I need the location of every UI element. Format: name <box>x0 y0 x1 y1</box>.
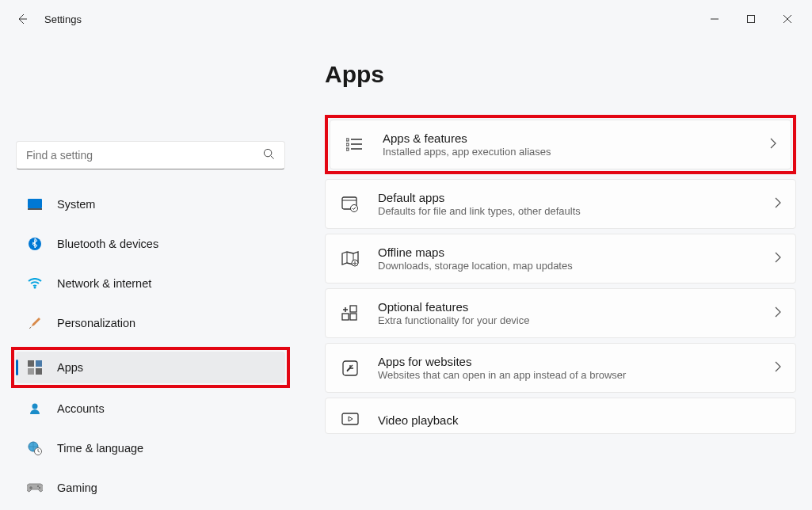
card-offline-maps[interactable]: Offline maps Downloads, storage location… <box>325 234 796 284</box>
accounts-icon <box>27 401 43 417</box>
sidebar-item-gaming[interactable]: Gaming <box>16 472 285 504</box>
svg-point-10 <box>32 404 38 409</box>
sidebar-item-label: System <box>57 198 95 211</box>
svg-rect-7 <box>36 360 42 367</box>
list-icon <box>345 135 365 155</box>
default-apps-icon <box>340 194 360 215</box>
apps-icon <box>27 360 43 375</box>
svg-rect-9 <box>36 368 42 375</box>
svg-point-1 <box>264 149 271 156</box>
card-subtitle: Installed apps, app execution aliases <box>383 146 770 158</box>
chevron-right-icon <box>775 197 781 211</box>
svg-rect-3 <box>28 208 42 210</box>
card-subtitle: Downloads, storage location, map updates <box>378 260 775 272</box>
video-icon <box>340 409 360 430</box>
card-subtitle: Websites that can open in an app instead… <box>378 369 775 381</box>
card-text: Default apps Defaults for file and link … <box>378 191 775 217</box>
annotation-highlight-card: Apps & features Installed apps, app exec… <box>325 115 796 174</box>
svg-rect-23 <box>350 306 356 312</box>
svg-rect-2 <box>28 199 42 208</box>
card-title: Optional features <box>378 300 775 314</box>
bluetooth-icon <box>27 236 43 252</box>
svg-point-13 <box>37 485 39 487</box>
card-text: Apps for websites Websites that can open… <box>378 355 775 381</box>
card-text: Optional features Extra functionality fo… <box>378 300 775 326</box>
map-icon <box>340 249 360 269</box>
system-icon <box>27 196 43 212</box>
sidebar-item-system[interactable]: System <box>16 188 285 220</box>
sidebar-item-label: Gaming <box>57 481 97 494</box>
maximize-button[interactable] <box>733 6 769 32</box>
svg-rect-15 <box>346 139 349 141</box>
sidebar-item-label: Time & language <box>57 442 143 455</box>
card-text: Apps & features Installed apps, app exec… <box>383 131 770 158</box>
apps-websites-icon <box>340 358 360 379</box>
search-input[interactable] <box>26 149 263 162</box>
svg-rect-25 <box>342 413 358 424</box>
window-title: Settings <box>44 13 82 25</box>
sidebar-item-network[interactable]: Network & internet <box>16 268 285 299</box>
chevron-right-icon <box>775 252 781 266</box>
card-title: Offline maps <box>378 245 775 259</box>
annotation-highlight-sidebar: Apps <box>11 347 290 388</box>
search-box[interactable] <box>16 141 285 169</box>
close-button[interactable] <box>769 6 806 32</box>
svg-rect-16 <box>346 143 349 146</box>
back-button[interactable] <box>6 3 38 35</box>
card-apps-features[interactable]: Apps & features Installed apps, app exec… <box>330 120 791 169</box>
card-title: Apps for websites <box>378 355 775 368</box>
globe-clock-icon <box>27 440 43 456</box>
chevron-right-icon <box>775 306 781 321</box>
optional-features-icon <box>340 303 360 324</box>
maximize-icon <box>747 15 755 23</box>
card-optional-features[interactable]: Optional features Extra functionality fo… <box>325 288 796 338</box>
card-video-playback[interactable]: Video playback <box>325 398 796 434</box>
titlebar: Settings <box>0 0 812 38</box>
card-text: Video playback <box>378 413 781 427</box>
sidebar-item-apps[interactable]: Apps <box>16 352 285 383</box>
wifi-icon <box>27 276 43 291</box>
page-title: Apps <box>325 61 796 88</box>
svg-rect-21 <box>342 314 349 320</box>
svg-point-19 <box>351 204 358 211</box>
svg-rect-6 <box>28 360 34 367</box>
svg-rect-22 <box>350 314 356 320</box>
card-subtitle: Defaults for file and link types, other … <box>378 205 775 217</box>
search-icon <box>263 148 275 163</box>
svg-rect-8 <box>28 368 34 375</box>
minimize-button[interactable] <box>696 6 733 32</box>
sidebar-item-personalization[interactable]: Personalization <box>16 307 285 339</box>
card-title: Apps & features <box>383 131 770 145</box>
card-apps-for-websites[interactable]: Apps for websites Websites that can open… <box>325 343 796 393</box>
sidebar-item-label: Bluetooth & devices <box>57 238 158 250</box>
arrow-left-icon <box>16 13 29 25</box>
svg-rect-0 <box>748 16 755 23</box>
gaming-icon <box>27 480 43 496</box>
sidebar-item-label: Personalization <box>57 317 135 329</box>
svg-point-14 <box>39 487 40 489</box>
card-title: Video playback <box>378 413 781 427</box>
window-controls <box>696 6 806 32</box>
main-panel: Apps Apps & features Installed apps, app… <box>285 38 796 510</box>
minimize-icon <box>711 15 719 23</box>
card-text: Offline maps Downloads, storage location… <box>378 245 775 272</box>
sidebar-item-label: Network & internet <box>57 277 151 290</box>
sidebar-item-accounts[interactable]: Accounts <box>16 393 285 424</box>
card-subtitle: Extra functionality for your device <box>378 314 775 326</box>
sidebar-item-label: Apps <box>57 361 83 374</box>
close-icon <box>783 15 791 23</box>
sidebar-item-time-language[interactable]: Time & language <box>16 432 285 464</box>
chevron-right-icon <box>770 138 776 152</box>
sidebar-item-bluetooth[interactable]: Bluetooth & devices <box>16 228 285 260</box>
paintbrush-icon <box>27 315 43 331</box>
svg-rect-17 <box>346 148 349 150</box>
sidebar: System Bluetooth & devices Network & int… <box>16 38 285 510</box>
chevron-right-icon <box>775 361 781 375</box>
svg-point-5 <box>34 287 36 289</box>
card-default-apps[interactable]: Default apps Defaults for file and link … <box>325 179 796 229</box>
nav-list: System Bluetooth & devices Network & int… <box>16 188 285 504</box>
card-title: Default apps <box>378 191 775 204</box>
sidebar-item-label: Accounts <box>57 402 105 415</box>
